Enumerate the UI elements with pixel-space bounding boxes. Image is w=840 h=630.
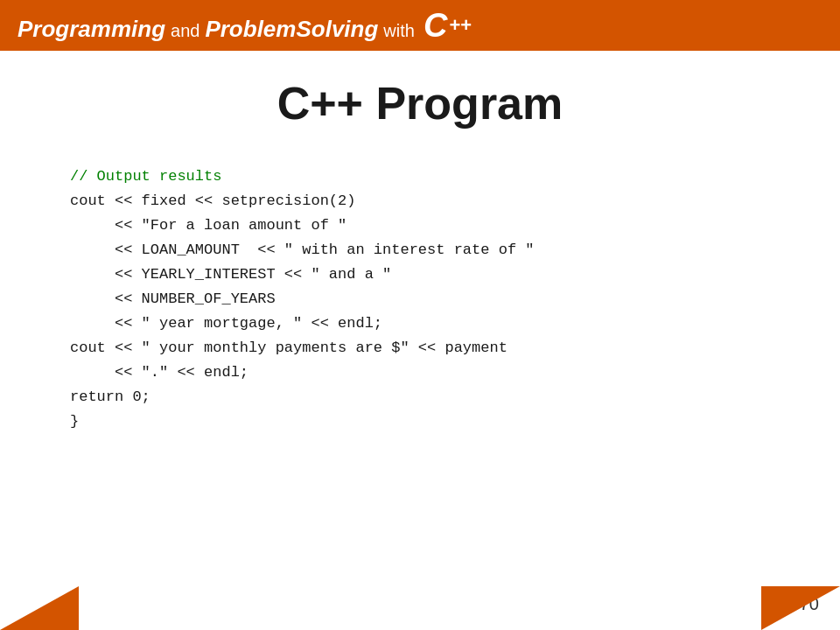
- code-line: << YEARLY_INTEREST << " and a ": [70, 262, 770, 287]
- code-block: // Output resultscout << fixed << setpre…: [70, 164, 770, 435]
- slide-title: C++ Program: [0, 77, 840, 130]
- code-line: << "." << endl;: [70, 360, 770, 385]
- triangle-left: [0, 586, 79, 630]
- code-line: << LOAN_AMOUNT << " with an interest rat…: [70, 238, 770, 262]
- header-problem: Problem: [205, 16, 296, 43]
- triangle-right: [761, 586, 840, 630]
- header-solving: Solving: [296, 16, 378, 43]
- code-line: // Output results: [70, 164, 770, 189]
- header-bar: Programming and Problem Solving with C +…: [0, 0, 840, 51]
- bottom-decoration: [0, 586, 840, 630]
- code-line: cout << fixed << setprecision(2): [70, 189, 770, 214]
- code-line: }: [70, 410, 770, 434]
- cpp-logo: C ++: [424, 9, 472, 42]
- cpp-logo-c: C: [424, 9, 447, 42]
- header-with: with: [383, 21, 415, 41]
- header-and: and: [171, 21, 200, 41]
- header-title: Programming and Problem Solving with C +…: [18, 9, 472, 43]
- code-container: // Output resultscout << fixed << setpre…: [70, 156, 770, 444]
- code-line: << "For a loan amount of ": [70, 214, 770, 238]
- code-line: << NUMBER_OF_YEARS: [70, 287, 770, 312]
- cpp-logo-plus: ++: [449, 16, 472, 35]
- code-line: << " year mortgage, " << endl;: [70, 312, 770, 336]
- code-line: cout << " your monthly payments are $" <…: [70, 336, 770, 360]
- header-programming: Programming: [18, 16, 165, 43]
- code-line: return 0;: [70, 385, 770, 410]
